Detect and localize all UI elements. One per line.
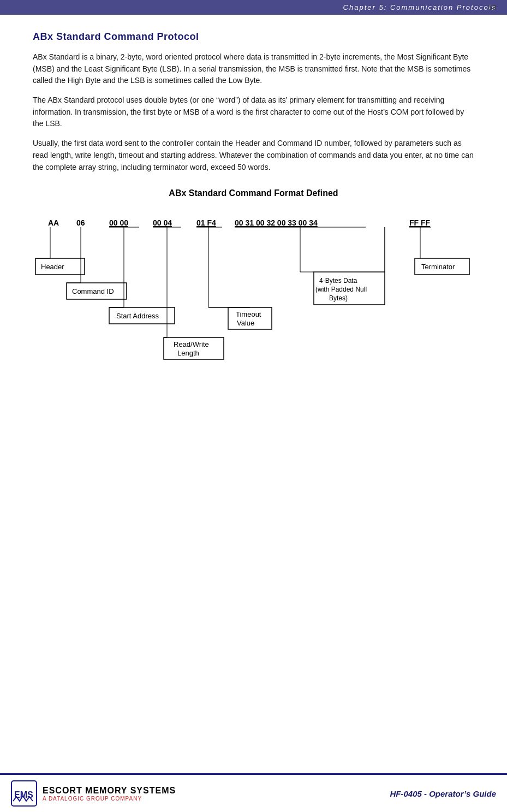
paragraph-1: ABx Standard is a binary, 2-byte, word o… — [33, 51, 474, 87]
chapter-title-text: Chapter 5: Communication Protocols — [343, 3, 496, 11]
diagram-title: ABx Standard Command Format Defined — [33, 188, 474, 198]
section-title: ABx Standard Command Protocol — [33, 31, 474, 43]
hex-aa: AA — [48, 218, 59, 227]
footer-logo: EMS ESCORT MEMORY SYSTEMS A DATALOGIC GR… — [11, 780, 176, 807]
command-format-diagram: AA 06 00 00 00 04 01 F4 00 31 00 32 00 3… — [33, 209, 480, 438]
label-command-id: Command ID — [72, 287, 114, 295]
logo-text-block: ESCORT MEMORY SYSTEMS A DATALOGIC GROUP … — [43, 786, 176, 802]
page-number: 58 — [488, 3, 496, 11]
company-name: ESCORT MEMORY SYSTEMS — [43, 786, 176, 796]
hex-06: 06 — [76, 218, 85, 227]
hex-01f4: 01 F4 — [196, 218, 216, 227]
label-timeout-2: Value — [237, 319, 254, 327]
company-sub: A DATALOGIC GROUP COMPANY — [43, 796, 176, 802]
label-terminator: Terminator — [421, 263, 455, 271]
label-data-2: (with Padded Null — [315, 286, 367, 293]
guide-title: HF-0405 - Operator’s Guide — [390, 789, 496, 798]
label-readwrite-length-2: Length — [177, 349, 199, 357]
footer: EMS ESCORT MEMORY SYSTEMS A DATALOGIC GR… — [0, 773, 507, 812]
diagram-container: AA 06 00 00 00 04 01 F4 00 31 00 32 00 3… — [33, 209, 480, 438]
main-content: ABx Standard Command Protocol ABx Standa… — [0, 15, 507, 482]
paragraph-3: Usually, the first data word sent to the… — [33, 138, 474, 173]
label-data-1: 4-Bytes Data — [319, 277, 357, 285]
hex-0004: 00 04 — [153, 218, 172, 227]
ems-logo-icon: EMS — [11, 780, 37, 807]
paragraph-2: The ABx Standard protocol uses double by… — [33, 94, 474, 130]
hex-data: 00 31 00 32 00 33 00 34 — [235, 218, 318, 227]
label-start-address: Start Address — [116, 312, 159, 320]
label-timeout-1: Timeout — [236, 310, 261, 318]
hex-ffff: FF FF — [409, 218, 431, 227]
chapter-header: Chapter 5: Communication Protocols — [0, 0, 507, 15]
hex-0000: 00 00 — [109, 218, 128, 227]
label-data-3: Bytes) — [329, 294, 348, 302]
label-readwrite-length-1: Read/Write — [174, 340, 209, 348]
label-header: Header — [41, 263, 64, 271]
